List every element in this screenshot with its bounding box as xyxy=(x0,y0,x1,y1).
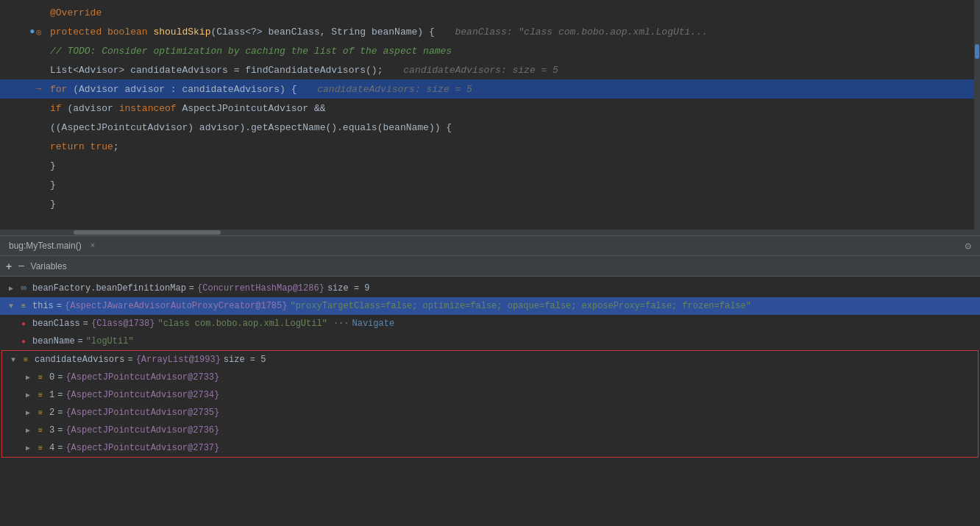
var-ref: {AspectJPointcutAdvisor@2737} xyxy=(65,443,219,453)
code-line: // TODO: Consider optimization by cachin… xyxy=(0,41,980,60)
variable-row-child-1[interactable]: ≡ 1 = {AspectJPointcutAdvisor@2734} xyxy=(2,386,978,404)
gear-icon[interactable]: ⚙ xyxy=(965,240,971,252)
code-lines: @Override ● ◎ protected boolean shouldSk… xyxy=(0,0,980,216)
expand-arrow-icon[interactable] xyxy=(23,372,33,383)
var-ref: {ArrayList@1993} xyxy=(136,355,221,365)
var-equals: = xyxy=(83,319,88,329)
expand-arrow-icon[interactable] xyxy=(23,443,33,453)
var-name: 1 xyxy=(49,390,54,400)
code-line: return true; xyxy=(0,137,980,156)
h-scrollbar-thumb xyxy=(74,230,221,235)
expand-arrow-icon[interactable] xyxy=(6,301,16,311)
add-variable-button[interactable]: + xyxy=(6,260,12,272)
code-horizontal-scrollbar[interactable] xyxy=(0,230,974,235)
field-icon: ≡ xyxy=(20,354,32,366)
code-token: ((AspectJPointcutAdvisor) advisor).getAs… xyxy=(50,122,452,133)
variable-row-child-0[interactable]: ≡ 0 = {AspectJPointcutAdvisor@2733} xyxy=(2,369,978,386)
expand-arrow-icon[interactable] xyxy=(8,355,18,365)
code-token: } xyxy=(50,160,56,171)
field-icon: ● xyxy=(18,335,29,347)
code-token: (advisor xyxy=(67,103,118,114)
variable-row-beanclass[interactable]: ● beanClass = {Class@1738} "class com.bo… xyxy=(0,315,980,333)
var-name: 3 xyxy=(49,425,54,436)
code-token: true xyxy=(90,141,113,152)
field-icon: ≡ xyxy=(35,442,46,454)
var-equals: = xyxy=(127,355,132,365)
var-value: size = 9 xyxy=(327,283,370,294)
code-line: List<Advisor> candidateAdvisors = findCa… xyxy=(0,60,980,79)
field-icon: ≡ xyxy=(35,389,46,401)
var-equals: = xyxy=(57,301,62,311)
var-ref: {AspectJPointcutAdvisor@2735} xyxy=(65,408,219,418)
code-token: instanceof xyxy=(119,103,182,114)
gutter: ● ◎ xyxy=(6,26,50,37)
expand-arrow-placeholder xyxy=(6,319,16,329)
debug-bar-title: bug:MyTest.main() xyxy=(9,241,82,251)
v-scrollbar-thumb xyxy=(975,44,979,59)
var-name: beanClass xyxy=(32,319,80,329)
code-token: return xyxy=(50,141,90,152)
code-line: @Override xyxy=(0,3,980,22)
remove-variable-button[interactable]: − xyxy=(18,260,24,272)
debug-bar-close[interactable]: × xyxy=(90,241,96,250)
code-token: for xyxy=(50,84,73,95)
variable-row-candidateadvisors[interactable]: ≡ candidateAdvisors = {ArrayList@1993} s… xyxy=(2,351,978,369)
var-equals: = xyxy=(57,390,63,400)
expand-arrow-icon[interactable] xyxy=(6,283,16,294)
var-string: "class com.bobo.aop.xml.LogUtil" xyxy=(157,319,327,329)
candidate-advisors-group: ≡ candidateAdvisors = {ArrayList@1993} s… xyxy=(1,350,979,458)
var-name: 2 xyxy=(49,408,54,418)
var-name: 4 xyxy=(49,443,54,453)
line-content: // TODO: Consider optimization by cachin… xyxy=(50,46,974,57)
expand-arrow-placeholder xyxy=(6,336,16,346)
code-token: } xyxy=(50,180,56,191)
var-name: 0 xyxy=(49,372,54,383)
var-ref: {AspectJPointcutAdvisor@2733} xyxy=(65,372,219,383)
code-token: shouldSkip xyxy=(153,26,210,38)
code-line: ● ◎ protected boolean shouldSkip(Class<?… xyxy=(0,22,980,41)
variable-row-child-4[interactable]: ≡ 4 = {AspectJPointcutAdvisor@2737} xyxy=(2,439,978,457)
navigate-link[interactable]: Navigate xyxy=(352,319,394,329)
var-equals: = xyxy=(57,425,63,436)
debug-dot-icon: ● xyxy=(29,26,35,37)
var-name: beanName xyxy=(32,336,75,346)
var-ellipsis: ··· xyxy=(333,319,349,329)
code-token: @Override xyxy=(50,7,102,18)
variables-panel: + − Variables ∞ beanFactory.beanDefiniti… xyxy=(0,256,980,463)
code-line: } xyxy=(0,194,980,213)
code-token: protected xyxy=(50,26,107,38)
var-name: candidateAdvisors xyxy=(35,355,124,365)
var-equals: = xyxy=(189,283,194,294)
expand-arrow-icon[interactable] xyxy=(23,408,33,418)
code-token: } xyxy=(50,199,56,210)
code-token: boolean xyxy=(107,26,153,38)
expand-arrow-icon[interactable] xyxy=(23,425,33,436)
line-content: protected boolean shouldSkip(Class<?> be… xyxy=(50,26,974,38)
code-hint: beanClass: "class com.bobo.aop.xml.LogUt… xyxy=(450,26,708,38)
code-token: ; xyxy=(113,141,119,152)
line-content: for (Advisor advisor : candidateAdvisors… xyxy=(50,84,974,95)
code-token: (Class<?> beanClass, String beanName) { xyxy=(210,26,434,38)
field-icon: ≡ xyxy=(35,372,46,383)
code-line: } xyxy=(0,156,980,175)
line-content: } xyxy=(50,199,974,210)
expand-arrow-icon[interactable] xyxy=(23,390,33,400)
var-name: this xyxy=(32,301,54,311)
variable-row-child-3[interactable]: ≡ 3 = {AspectJPointcutAdvisor@2736} xyxy=(2,422,978,439)
code-token: AspectJPointcutAdvisor && xyxy=(182,103,325,114)
code-vertical-scrollbar[interactable] xyxy=(974,0,980,235)
var-equals: = xyxy=(57,408,63,418)
line-content: @Override xyxy=(50,7,974,18)
variable-row[interactable]: ∞ beanFactory.beanDefinitionMap = {Concu… xyxy=(0,280,980,297)
var-ref: {AspectJPointcutAdvisor@2734} xyxy=(65,390,219,400)
var-value: size = 5 xyxy=(224,355,266,365)
variable-row-beanname[interactable]: ● beanName = "logUtil" xyxy=(0,333,980,350)
var-ref: {AspectJPointcutAdvisor@2736} xyxy=(65,425,219,436)
field-icon: ≡ xyxy=(35,424,46,436)
variables-label: Variables xyxy=(31,261,67,271)
var-equals: = xyxy=(57,443,63,453)
line-content: return true; xyxy=(50,141,974,152)
variable-row-child-2[interactable]: ≡ 2 = {AspectJPointcutAdvisor@2735} xyxy=(2,404,978,422)
code-token: // TODO: Consider optimization by cachin… xyxy=(50,46,452,57)
variable-row-this[interactable]: ≡ this = {AspectJAwareAdvisorAutoProxyCr… xyxy=(0,297,980,315)
